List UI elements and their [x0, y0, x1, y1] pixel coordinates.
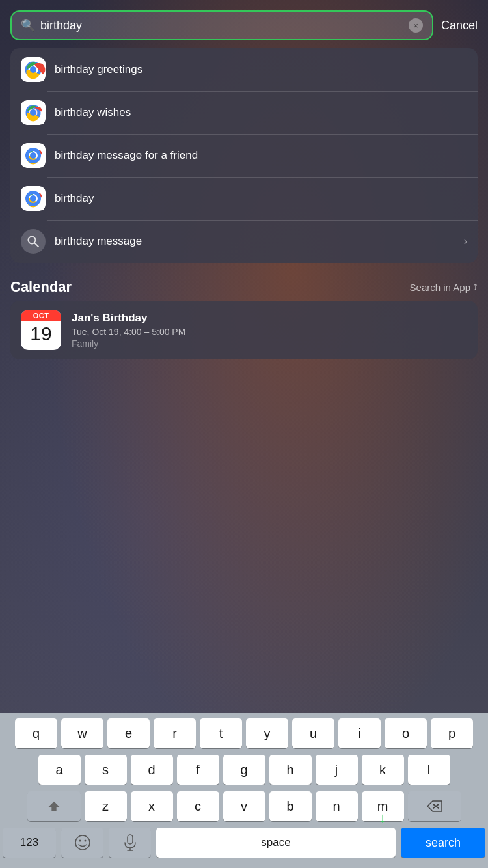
space-key[interactable]: space — [156, 828, 396, 858]
section-title: Calendar — [10, 278, 72, 295]
calendar-event-card[interactable]: OCT 19 Jan's Birthday Tue, Oct 19, 4:00 … — [10, 301, 478, 359]
event-calendar: Family — [72, 338, 467, 349]
external-link-icon: ⤴ — [473, 282, 478, 292]
key-u[interactable]: u — [292, 718, 334, 748]
svg-point-17 — [75, 835, 90, 850]
svg-point-9 — [30, 152, 36, 159]
key-b[interactable]: b — [269, 791, 312, 821]
mic-key[interactable] — [109, 828, 151, 858]
key-a[interactable]: a — [38, 755, 81, 785]
key-m[interactable]: m ↓ — [362, 791, 404, 821]
cancel-button[interactable]: Cancel — [441, 19, 478, 33]
key-d[interactable]: d — [131, 755, 173, 785]
search-bar-area: 🔍 birthday × Cancel — [0, 0, 488, 48]
key-t[interactable]: t — [200, 718, 242, 748]
keyboard-row-3: z x c v b n m ↓ — [3, 791, 485, 821]
svg-point-2 — [30, 66, 36, 73]
event-time: Tue, Oct 19, 4:00 – 5:00 PM — [72, 327, 467, 337]
search-suggestion-icon — [21, 229, 46, 254]
search-icon: 🔍 — [21, 18, 35, 33]
key-q[interactable]: q — [15, 718, 57, 748]
suggestions-list: birthday greetings birthday wishes — [10, 48, 478, 263]
calendar-date-icon: OCT 19 — [21, 310, 61, 350]
event-month: OCT — [21, 310, 61, 321]
svg-point-6 — [30, 109, 36, 116]
key-n[interactable]: n — [316, 791, 358, 821]
clear-button[interactable]: × — [409, 18, 423, 33]
key-r[interactable]: r — [154, 718, 196, 748]
event-title: Jan's Birthday — [72, 312, 467, 325]
chrome-icon — [21, 100, 46, 125]
svg-point-18 — [79, 840, 81, 842]
svg-point-12 — [30, 195, 36, 202]
key-h[interactable]: h — [269, 755, 312, 785]
search-bar[interactable]: 🔍 birthday × — [10, 10, 433, 40]
chrome-icon — [21, 143, 46, 168]
keyboard: q w e r t y u i o p a s d f g h j k l z … — [0, 713, 488, 868]
backspace-key[interactable] — [408, 791, 461, 821]
key-s[interactable]: s — [85, 755, 127, 785]
key-l[interactable]: l — [408, 755, 450, 785]
list-item[interactable]: birthday — [10, 177, 478, 220]
key-w[interactable]: w — [61, 718, 103, 748]
event-day: 19 — [30, 321, 51, 344]
suggestion-text: birthday message — [55, 235, 455, 248]
search-button[interactable]: search — [401, 828, 485, 858]
suggestion-text: birthday greetings — [55, 63, 467, 76]
key-k[interactable]: k — [362, 755, 404, 785]
key-z[interactable]: z — [85, 791, 127, 821]
key-o[interactable]: o — [385, 718, 427, 748]
key-g[interactable]: g — [223, 755, 265, 785]
list-item[interactable]: birthday message › — [10, 220, 478, 263]
svg-point-19 — [84, 840, 86, 842]
search-query[interactable]: birthday — [40, 19, 403, 33]
key-e[interactable]: e — [107, 718, 150, 748]
key-j[interactable]: j — [316, 755, 358, 785]
keyboard-row-3-middle: z x c v b n m ↓ — [85, 791, 404, 821]
green-arrow-indicator: ↓ — [379, 809, 386, 826]
key-y[interactable]: y — [246, 718, 288, 748]
search-in-app-button[interactable]: Search in App ⤴ — [410, 282, 478, 293]
emoji-key[interactable] — [61, 828, 103, 858]
chrome-icon — [21, 186, 46, 211]
section-header: Calendar Search in App ⤴ — [0, 273, 488, 301]
list-item[interactable]: birthday wishes — [10, 91, 478, 134]
suggestion-text: birthday message for a friend — [55, 149, 467, 162]
svg-rect-20 — [128, 835, 133, 844]
chevron-right-icon: › — [464, 236, 467, 247]
keyboard-row-4: 123 space search — [3, 828, 485, 858]
key-x[interactable]: x — [131, 791, 173, 821]
keyboard-row-1: q w e r t y u i o p — [3, 718, 485, 748]
num-key[interactable]: 123 — [3, 828, 56, 858]
list-item[interactable]: birthday greetings — [10, 48, 478, 91]
key-c[interactable]: c — [177, 791, 219, 821]
chrome-icon — [21, 57, 46, 82]
key-i[interactable]: i — [338, 718, 381, 748]
svg-line-14 — [35, 243, 39, 247]
key-p[interactable]: p — [431, 718, 473, 748]
event-info: Jan's Birthday Tue, Oct 19, 4:00 – 5:00 … — [72, 312, 467, 349]
shift-key[interactable] — [27, 791, 81, 821]
suggestion-text: birthday — [55, 192, 467, 205]
keyboard-row-2: a s d f g h j k l — [3, 755, 485, 785]
list-item[interactable]: birthday message for a friend — [10, 134, 478, 177]
search-in-app-label: Search in App — [410, 282, 470, 293]
key-v[interactable]: v — [223, 791, 265, 821]
key-f[interactable]: f — [177, 755, 219, 785]
suggestion-text: birthday wishes — [55, 106, 467, 119]
